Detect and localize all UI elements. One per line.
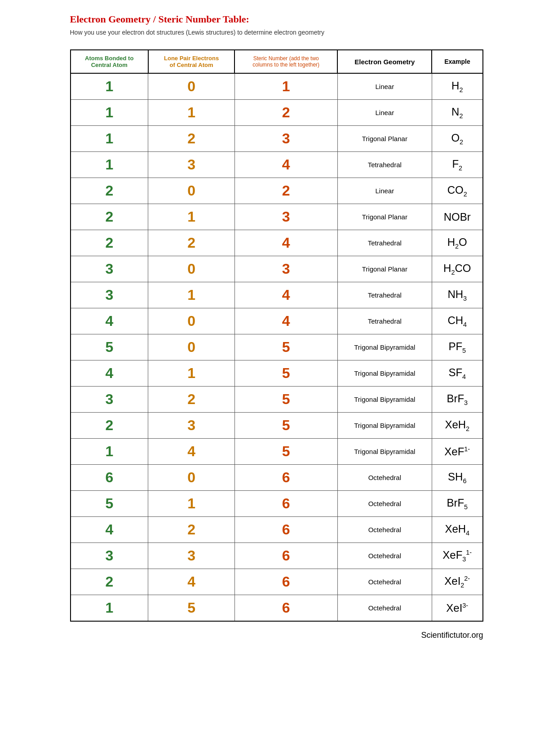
cell-example: BrF5 <box>432 491 482 517</box>
cell-steric: 6 <box>234 543 337 569</box>
cell-example: XeH4 <box>432 517 482 543</box>
table-row: 415Trigonal BipyramidalSF4 <box>71 360 483 387</box>
table-row: 156OctehedralXeI3- <box>71 595 483 622</box>
cell-geometry: Linear <box>337 100 432 126</box>
cell-bonded: 2 <box>71 413 148 439</box>
cell-steric: 6 <box>234 595 337 622</box>
cell-steric: 6 <box>234 569 337 595</box>
cell-geometry: Tetrahedral <box>337 308 432 334</box>
cell-lone: 2 <box>148 126 234 152</box>
cell-example: H2CO <box>432 256 482 282</box>
cell-geometry: Octehedral <box>337 491 432 517</box>
cell-geometry: Octehedral <box>337 517 432 543</box>
table-row: 224TetrahedralH2O <box>71 230 483 256</box>
cell-steric: 3 <box>234 256 337 282</box>
cell-lone: 1 <box>148 100 234 126</box>
cell-bonded: 5 <box>71 491 148 517</box>
cell-geometry: Trigonal Planar <box>337 204 432 230</box>
cell-steric: 5 <box>234 387 337 413</box>
cell-steric: 4 <box>234 308 337 334</box>
page-title: Electron Geometry / Steric Number Table: <box>70 13 483 25</box>
cell-lone: 0 <box>148 308 234 334</box>
cell-bonded: 2 <box>71 204 148 230</box>
cell-geometry: Octehedral <box>337 569 432 595</box>
cell-steric: 2 <box>234 100 337 126</box>
cell-lone: 1 <box>148 360 234 387</box>
cell-bonded: 3 <box>71 282 148 308</box>
cell-lone: 2 <box>148 387 234 413</box>
cell-geometry: Octehedral <box>337 543 432 569</box>
cell-steric: 4 <box>234 152 337 178</box>
cell-bonded: 5 <box>71 334 148 360</box>
header-bonded: Atoms Bonded toCentral Atom <box>71 50 148 73</box>
cell-geometry: Trigonal Bipyramidal <box>337 439 432 465</box>
table-row: 213Trigonal PlanarNOBr <box>71 204 483 230</box>
table-row: 101LinearH2 <box>71 73 483 100</box>
cell-example: XeF31- <box>432 543 482 569</box>
cell-bonded: 2 <box>71 178 148 204</box>
table-row: 123Trigonal PlanarO2 <box>71 126 483 152</box>
cell-lone: 2 <box>148 230 234 256</box>
cell-example: O2 <box>432 126 482 152</box>
cell-steric: 3 <box>234 204 337 230</box>
electron-geometry-table: Atoms Bonded toCentral Atom Lone Pair El… <box>70 49 483 622</box>
cell-steric: 6 <box>234 517 337 543</box>
cell-example: SF4 <box>432 360 482 387</box>
cell-steric: 5 <box>234 360 337 387</box>
cell-lone: 0 <box>148 256 234 282</box>
cell-lone: 2 <box>148 517 234 543</box>
cell-geometry: Trigonal Bipyramidal <box>337 334 432 360</box>
cell-bonded: 1 <box>71 439 148 465</box>
subtitle: How you use your electron dot structures… <box>70 29 483 36</box>
cell-geometry: Octehedral <box>337 465 432 491</box>
cell-steric: 5 <box>234 413 337 439</box>
cell-geometry: Trigonal Planar <box>337 256 432 282</box>
cell-lone: 4 <box>148 439 234 465</box>
cell-steric: 6 <box>234 465 337 491</box>
header-example: Example <box>432 50 482 73</box>
cell-steric: 3 <box>234 126 337 152</box>
table-row: 246OctehedralXeI22- <box>71 569 483 595</box>
cell-bonded: 6 <box>71 465 148 491</box>
cell-example: XeF1- <box>432 439 482 465</box>
table-row: 202LinearCO2 <box>71 178 483 204</box>
cell-bonded: 3 <box>71 256 148 282</box>
cell-geometry: Tetrahedral <box>337 152 432 178</box>
cell-geometry: Tetrahedral <box>337 230 432 256</box>
cell-lone: 0 <box>148 465 234 491</box>
cell-lone: 3 <box>148 152 234 178</box>
table-row: 336OctehedralXeF31- <box>71 543 483 569</box>
cell-lone: 3 <box>148 543 234 569</box>
cell-lone: 0 <box>148 334 234 360</box>
cell-bonded: 1 <box>71 73 148 100</box>
table-row: 606OctehedralSH6 <box>71 465 483 491</box>
cell-geometry: Trigonal Bipyramidal <box>337 360 432 387</box>
cell-lone: 1 <box>148 282 234 308</box>
table-row: 303Trigonal PlanarH2CO <box>71 256 483 282</box>
cell-lone: 3 <box>148 413 234 439</box>
table-row: 134TetrahedralF2 <box>71 152 483 178</box>
table-row: 235Trigonal BipyramidalXeH2 <box>71 413 483 439</box>
cell-geometry: Trigonal Bipyramidal <box>337 387 432 413</box>
cell-geometry: Linear <box>337 73 432 100</box>
cell-bonded: 1 <box>71 595 148 622</box>
cell-example: CH4 <box>432 308 482 334</box>
cell-example: BrF3 <box>432 387 482 413</box>
cell-geometry: Trigonal Planar <box>337 126 432 152</box>
table-row: 516OctehedralBrF5 <box>71 491 483 517</box>
footer: Scientifictutor.org <box>70 631 483 640</box>
cell-lone: 1 <box>148 204 234 230</box>
cell-example: CO2 <box>432 178 482 204</box>
table-row: 325Trigonal BipyramidalBrF3 <box>71 387 483 413</box>
cell-bonded: 3 <box>71 543 148 569</box>
table-row: 112LinearN2 <box>71 100 483 126</box>
cell-steric: 5 <box>234 439 337 465</box>
cell-example: NOBr <box>432 204 482 230</box>
cell-steric: 6 <box>234 491 337 517</box>
cell-steric: 4 <box>234 282 337 308</box>
cell-lone: 5 <box>148 595 234 622</box>
cell-lone: 4 <box>148 569 234 595</box>
header-steric: Steric Number (add the twocolumns to the… <box>234 50 337 73</box>
table-row: 404TetrahedralCH4 <box>71 308 483 334</box>
header-lone: Lone Pair Electronsof Central Atom <box>148 50 234 73</box>
